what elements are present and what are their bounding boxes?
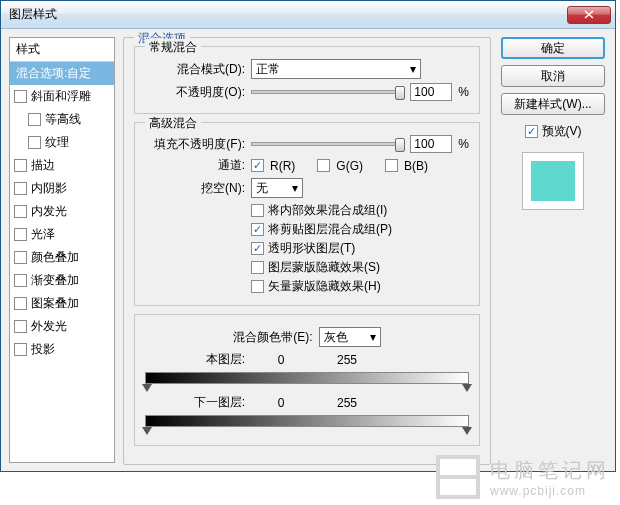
preview-checkbox[interactable] (525, 125, 538, 138)
style-item[interactable]: 投影 (10, 338, 114, 361)
adv-label: 图层蒙版隐藏效果(S) (268, 259, 380, 276)
channel-r-checkbox[interactable] (251, 159, 264, 172)
style-item[interactable]: 等高线 (10, 108, 114, 131)
styles-header[interactable]: 样式 (10, 38, 114, 62)
style-checkbox[interactable] (14, 182, 27, 195)
style-checkbox[interactable] (14, 343, 27, 356)
knockout-label: 挖空(N): (145, 180, 245, 197)
general-blending-legend: 常规混合 (145, 39, 201, 56)
blend-if-label: 混合颜色带(E): (233, 329, 312, 346)
this-layer-label: 本图层: (145, 351, 245, 368)
style-item[interactable]: 斜面和浮雕 (10, 85, 114, 108)
style-checkbox[interactable] (14, 320, 27, 333)
cancel-button[interactable]: 取消 (501, 65, 605, 87)
style-label: 内阴影 (31, 180, 67, 197)
adv-option: 图层蒙版隐藏效果(S) (251, 259, 469, 276)
chevron-down-icon: ▾ (370, 330, 376, 344)
close-button[interactable] (567, 6, 611, 24)
adv-checkbox[interactable] (251, 280, 264, 293)
style-checkbox[interactable] (14, 90, 27, 103)
blend-mode-select[interactable]: 正常 ▾ (251, 59, 421, 79)
blending-options-item[interactable]: 混合选项:自定 (10, 62, 114, 85)
advanced-blending-legend: 高级混合 (145, 115, 201, 132)
style-checkbox[interactable] (14, 159, 27, 172)
fill-opacity-slider[interactable] (251, 142, 404, 146)
chevron-down-icon: ▾ (292, 181, 298, 195)
adv-option: 将剪贴图层混合成组(P) (251, 221, 469, 238)
brand-logo-icon (436, 455, 480, 499)
opacity-slider[interactable] (251, 90, 404, 94)
style-checkbox[interactable] (28, 136, 41, 149)
this-layer-gradbar[interactable] (145, 372, 469, 384)
style-label: 等高线 (45, 111, 81, 128)
fill-opacity-label: 填充不透明度(F): (145, 136, 245, 153)
watermark: 电脑笔记网 www.pcbiji.com (436, 455, 610, 499)
style-checkbox[interactable] (28, 113, 41, 126)
chevron-down-icon: ▾ (410, 62, 416, 76)
style-label: 外发光 (31, 318, 67, 335)
style-label: 颜色叠加 (31, 249, 79, 266)
style-item[interactable]: 光泽 (10, 223, 114, 246)
blend-mode-label: 混合模式(D): (145, 61, 245, 78)
under-layer-label: 下一图层: (145, 394, 245, 411)
style-checkbox[interactable] (14, 297, 27, 310)
opacity-label: 不透明度(O): (145, 84, 245, 101)
adv-label: 将剪贴图层混合成组(P) (268, 221, 392, 238)
style-item[interactable]: 内阴影 (10, 177, 114, 200)
style-item[interactable]: 渐变叠加 (10, 269, 114, 292)
style-label: 投影 (31, 341, 55, 358)
layer-style-dialog: 图层样式 样式 混合选项:自定 斜面和浮雕等高线纹理描边内阴影内发光光泽颜色叠加… (0, 0, 616, 472)
style-checkbox[interactable] (14, 251, 27, 264)
channels-label: 通道: (145, 157, 245, 174)
adv-label: 透明形状图层(T) (268, 240, 355, 257)
adv-label: 将内部效果混合成组(I) (268, 202, 387, 219)
blend-if-select[interactable]: 灰色 ▾ (319, 327, 381, 347)
style-checkbox[interactable] (14, 205, 27, 218)
preview-label: 预览(V) (542, 123, 582, 140)
style-item[interactable]: 颜色叠加 (10, 246, 114, 269)
window-title: 图层样式 (5, 6, 567, 23)
adv-checkbox[interactable] (251, 242, 264, 255)
preview-swatch (522, 152, 584, 210)
style-label: 斜面和浮雕 (31, 88, 91, 105)
ok-button[interactable]: 确定 (501, 37, 605, 59)
under-layer-gradbar[interactable] (145, 415, 469, 427)
close-icon (584, 10, 594, 19)
style-item[interactable]: 描边 (10, 154, 114, 177)
opacity-input[interactable]: 100 (410, 83, 452, 101)
button-column: 确定 取消 新建样式(W)... 预览(V) (499, 37, 607, 463)
adv-label: 矢量蒙版隐藏效果(H) (268, 278, 381, 295)
adv-option: 将内部效果混合成组(I) (251, 202, 469, 219)
fill-opacity-input[interactable]: 100 (410, 135, 452, 153)
adv-checkbox[interactable] (251, 261, 264, 274)
preview-fill (531, 161, 575, 201)
style-item[interactable]: 外发光 (10, 315, 114, 338)
style-label: 图案叠加 (31, 295, 79, 312)
style-checkbox[interactable] (14, 274, 27, 287)
style-label: 光泽 (31, 226, 55, 243)
adv-option: 矢量蒙版隐藏效果(H) (251, 278, 469, 295)
adv-option: 透明形状图层(T) (251, 240, 469, 257)
options-panel: 混合选项 常规混合 混合模式(D): 正常 ▾ 不透明度(O): 100 (123, 37, 491, 463)
style-label: 纹理 (45, 134, 69, 151)
adv-checkbox[interactable] (251, 204, 264, 217)
style-item[interactable]: 图案叠加 (10, 292, 114, 315)
titlebar[interactable]: 图层样式 (1, 1, 615, 29)
style-label: 渐变叠加 (31, 272, 79, 289)
styles-list: 样式 混合选项:自定 斜面和浮雕等高线纹理描边内阴影内发光光泽颜色叠加渐变叠加图… (9, 37, 115, 463)
style-label: 描边 (31, 157, 55, 174)
style-item[interactable]: 纹理 (10, 131, 114, 154)
knockout-select[interactable]: 无 ▾ (251, 178, 303, 198)
style-checkbox[interactable] (14, 228, 27, 241)
channel-b-checkbox[interactable] (385, 159, 398, 172)
channel-g-checkbox[interactable] (317, 159, 330, 172)
style-item[interactable]: 内发光 (10, 200, 114, 223)
style-label: 内发光 (31, 203, 67, 220)
adv-checkbox[interactable] (251, 223, 264, 236)
new-style-button[interactable]: 新建样式(W)... (501, 93, 605, 115)
